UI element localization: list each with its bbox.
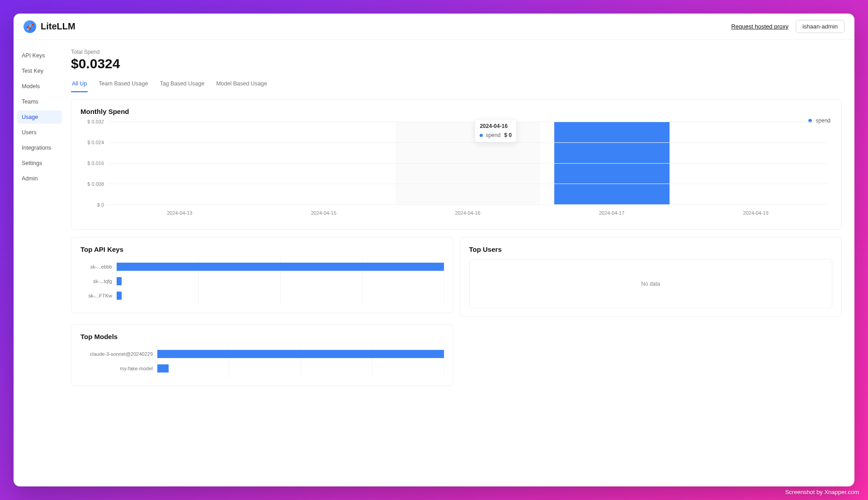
- monthly-spend-card: Monthly Spend spend $ 0.032$ 0.024$ 0.01…: [71, 99, 842, 230]
- sidebar-item-settings[interactable]: Settings: [17, 156, 62, 170]
- total-spend-value: $0.0324: [71, 56, 842, 71]
- watermark-text: Screenshot by Xnapper.com: [785, 489, 859, 495]
- app-header: 🚀 LiteLLM Request hosted proxy ishaan-ad…: [14, 14, 854, 40]
- sidebar-item-usage[interactable]: Usage: [17, 110, 62, 124]
- brand: 🚀 LiteLLM: [24, 20, 75, 33]
- top-api-keys-card: Top API Keys sk-...ebbbsk-...tqfgsk-...F…: [71, 237, 453, 313]
- sidebar-item-api-keys[interactable]: API Keys: [17, 49, 62, 62]
- top-models-card: Top Models claude-3-sonnet@20240229my-fa…: [71, 324, 453, 386]
- top-users-nodata: No data: [469, 259, 833, 308]
- usage-tabs: All Up Team Based Usage Tag Based Usage …: [71, 78, 842, 93]
- app-body: API Keys Test Key Models Teams Usage Use…: [14, 40, 854, 486]
- x-tick-label: 2024-04-17: [540, 207, 684, 221]
- hbar-label: sk-...FTKw: [80, 293, 117, 298]
- top-api-keys-chart[interactable]: sk-...ebbbsk-...tqfgsk-...FTKw: [80, 259, 444, 305]
- top-users-card: Top Users No data: [460, 237, 842, 317]
- x-tick-label: 2024-04-15: [252, 207, 396, 221]
- tab-model-based[interactable]: Model Based Usage: [215, 78, 268, 92]
- sidebar-item-users[interactable]: Users: [17, 126, 62, 139]
- tooltip-date: 2024-04-16: [480, 123, 511, 129]
- brand-name: LiteLLM: [41, 21, 75, 32]
- sidebar-item-models[interactable]: Models: [17, 80, 62, 93]
- request-hosted-proxy-link[interactable]: Request hosted proxy: [731, 23, 788, 30]
- hbar-fill[interactable]: [117, 263, 444, 271]
- hbar-label: sk-...ebbb: [80, 264, 117, 269]
- tab-team-based[interactable]: Team Based Usage: [98, 78, 149, 92]
- top-models-chart[interactable]: claude-3-sonnet@20240229my-fake-model: [80, 347, 444, 377]
- tooltip-series: spend: [486, 132, 500, 138]
- main-content: Total Spend $0.0324 All Up Team Based Us…: [66, 40, 854, 486]
- app-window: 🚀 LiteLLM Request hosted proxy ishaan-ad…: [14, 14, 854, 486]
- monthly-spend-chart[interactable]: $ 0.032$ 0.024$ 0.016$ 0.008$ 0 2024-04-…: [108, 122, 828, 221]
- y-tick-label: $ 0.016: [80, 160, 104, 166]
- top-models-title: Top Models: [80, 333, 444, 340]
- hbar-fill[interactable]: [117, 292, 122, 300]
- sidebar-item-teams[interactable]: Teams: [17, 95, 62, 108]
- hbar-fill[interactable]: [117, 277, 122, 285]
- rocket-icon: 🚀: [26, 23, 34, 30]
- sidebar-item-test-key[interactable]: Test Key: [17, 64, 62, 78]
- sidebar-item-admin[interactable]: Admin: [17, 172, 62, 185]
- sidebar: API Keys Test Key Models Teams Usage Use…: [14, 40, 66, 486]
- y-tick-label: $ 0.032: [80, 119, 104, 124]
- user-menu-button[interactable]: ishaan-admin: [796, 20, 844, 33]
- hbar-label: my-fake-model: [80, 366, 157, 371]
- total-spend-label: Total Spend: [71, 49, 842, 55]
- tab-all-up[interactable]: All Up: [71, 78, 88, 92]
- tooltip-dot-icon: [480, 134, 483, 137]
- hbar-fill[interactable]: [157, 350, 444, 358]
- hbar-label: claude-3-sonnet@20240229: [80, 351, 157, 357]
- x-tick-label: 2024-04-16: [396, 207, 540, 221]
- x-tick-label: 2024-04-19: [684, 207, 828, 221]
- tab-tag-based[interactable]: Tag Based Usage: [159, 78, 205, 92]
- tooltip-value: $ 0: [504, 132, 512, 138]
- top-users-title: Top Users: [469, 245, 833, 253]
- top-api-keys-title: Top API Keys: [80, 245, 444, 253]
- chart-tooltip: 2024-04-16spend$ 0: [475, 119, 516, 142]
- y-tick-label: $ 0.024: [80, 140, 104, 145]
- sidebar-item-integrations[interactable]: Integrations: [17, 141, 62, 155]
- hbar-label: sk-...tqfg: [80, 278, 117, 284]
- hbar-fill[interactable]: [157, 364, 169, 373]
- x-tick-label: 2024-04-13: [108, 207, 252, 221]
- y-tick-label: $ 0.008: [80, 181, 104, 187]
- brand-logo-icon: 🚀: [24, 20, 36, 33]
- y-tick-label: $ 0: [80, 202, 104, 208]
- monthly-spend-title: Monthly Spend: [80, 108, 832, 115]
